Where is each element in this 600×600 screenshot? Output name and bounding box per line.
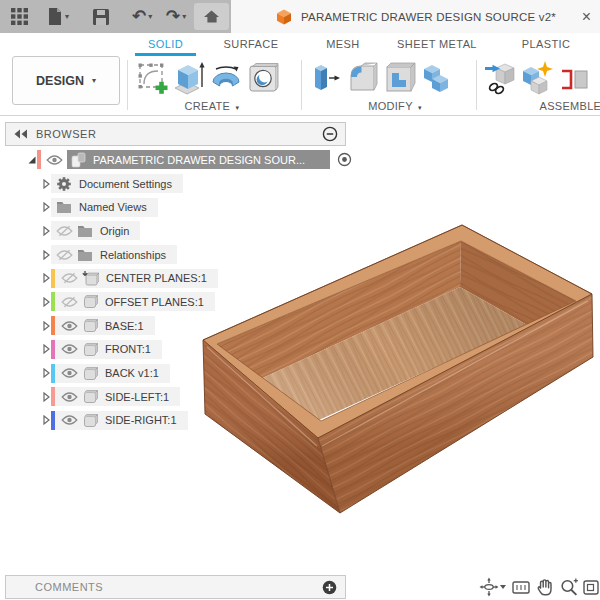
visibility-eye-icon[interactable] [61, 320, 78, 332]
redo-icon[interactable]: ↷▾ [166, 0, 186, 33]
combine-button[interactable] [417, 57, 454, 99]
tree-row-base[interactable]: BASE:1 [5, 314, 355, 338]
home-view-button[interactable] [194, 3, 229, 30]
fusion-window: ▾ ↶▾ ↷▾ PARAMETRIC DRAWER DESIGN SOURCE … [0, 0, 600, 600]
tree-item-label: BASE:1 [105, 320, 144, 332]
expand-arrow-icon[interactable] [41, 250, 51, 260]
close-icon[interactable]: × [582, 0, 591, 33]
expand-arrow-icon[interactable] [41, 344, 51, 354]
new-component-button[interactable] [517, 57, 554, 99]
home-icon [203, 9, 220, 24]
expand-arrow-icon[interactable] [41, 226, 51, 236]
orbit-button[interactable] [479, 577, 507, 597]
modify-dropdown[interactable]: MODIFY ▾ [315, 100, 475, 114]
activate-component-radio[interactable] [337, 152, 352, 167]
joint-button[interactable] [554, 57, 591, 99]
new-document-icon[interactable]: ▾ [47, 0, 69, 33]
create-dropdown[interactable]: CREATE ▾ [133, 100, 291, 114]
tree-item-chip[interactable]: Named Views [51, 198, 158, 217]
tree-row-side-right[interactable]: SIDE-RIGHT:1 [5, 409, 355, 433]
expand-arrow-icon[interactable] [41, 202, 51, 212]
collapse-left-icon[interactable] [14, 129, 28, 139]
tree-row-named-views[interactable]: Named Views [5, 195, 355, 219]
component-color-bar [51, 340, 55, 359]
tree-item-chip[interactable]: SIDE-RIGHT:1 [51, 411, 188, 430]
component-icon [82, 413, 98, 428]
tree-item-label: SIDE-RIGHT:1 [105, 414, 177, 426]
browser-panel-header[interactable]: BROWSER [5, 122, 346, 146]
tree-row-origin[interactable]: Origin [5, 219, 355, 243]
expand-arrow-icon[interactable] [41, 392, 51, 402]
tree-row-offset-planes[interactable]: OFFSET PLANES:1 [5, 290, 355, 314]
add-comment-icon[interactable] [322, 580, 337, 595]
design-workspace-menu[interactable]: DESIGN ▾ [12, 56, 120, 105]
expand-arrow-icon[interactable] [41, 415, 51, 425]
tab-sheet-metal[interactable]: SHEET METAL [386, 33, 488, 56]
tab-plastic[interactable]: PLASTIC [505, 33, 587, 56]
visibility-eye-icon[interactable] [61, 414, 78, 426]
tree-root-row[interactable]: PARAMETRIC DRAWER DESIGN SOUR... [5, 148, 355, 172]
visibility-eye-icon[interactable] [61, 343, 78, 355]
visibility-eye-off-icon[interactable] [61, 296, 78, 308]
component-color-bar [37, 150, 41, 169]
visibility-eye-off-icon[interactable] [56, 249, 73, 261]
revolve-button[interactable] [207, 57, 244, 99]
tree-row-side-left[interactable]: SIDE-LEFT:1 [5, 385, 355, 409]
tree-item-chip[interactable]: OFFSET PLANES:1 [51, 292, 215, 311]
fit-window-button[interactable] [583, 577, 600, 597]
component-color-bar [51, 364, 55, 383]
save-icon[interactable] [92, 0, 110, 33]
tree-row-front[interactable]: FRONT:1 [5, 338, 355, 362]
app-grid-icon[interactable] [10, 0, 29, 33]
create-sketch-button[interactable] [133, 57, 170, 99]
tree-item-chip[interactable]: BASE:1 [51, 316, 155, 335]
modify-group [306, 57, 454, 99]
tree-row-center-planes[interactable]: CENTER PLANES:1 [5, 266, 355, 290]
root-component-chip[interactable]: PARAMETRIC DRAWER DESIGN SOUR... [67, 150, 330, 169]
tree-item-chip[interactable]: BACK v1:1 [51, 364, 170, 383]
visibility-eye-icon[interactable] [46, 154, 63, 166]
tree-item-label: Relationships [100, 249, 166, 261]
expand-arrow-icon[interactable] [41, 273, 51, 283]
assemble-dropdown[interactable]: ASSEMBLE ▾ [500, 100, 600, 114]
design-menu-label: DESIGN [36, 74, 84, 88]
pan-button[interactable] [535, 577, 555, 597]
divider [127, 60, 128, 110]
comments-bar[interactable]: COMMENTS [5, 575, 346, 599]
tree-item-chip[interactable]: CENTER PLANES:1 [51, 269, 218, 288]
shell-button[interactable] [380, 57, 417, 99]
minimize-panel-icon[interactable] [322, 126, 338, 142]
expand-arrow-icon[interactable] [27, 155, 37, 165]
expand-arrow-icon[interactable] [41, 297, 51, 307]
press-pull-button[interactable] [306, 57, 343, 99]
visibility-eye-icon[interactable] [61, 391, 78, 403]
tab-mesh[interactable]: MESH [312, 33, 374, 56]
expand-arrow-icon[interactable] [41, 179, 51, 189]
undo-icon[interactable]: ↶▾ [132, 0, 152, 33]
tree-row-document-settings[interactable]: Document Settings [5, 172, 355, 196]
fillet-button[interactable] [343, 57, 380, 99]
tree-item-chip[interactable]: Origin [51, 221, 140, 240]
tree-row-back[interactable]: BACK v1:1 [5, 361, 355, 385]
application-top-bar: ▾ ↶▾ ↷▾ PARAMETRIC DRAWER DESIGN SOURCE … [0, 0, 600, 33]
tree-row-relationships[interactable]: Relationships [5, 243, 355, 267]
visibility-eye-off-icon[interactable] [56, 225, 73, 237]
tree-item-chip[interactable]: SIDE-LEFT:1 [51, 387, 180, 406]
insert-derive-button[interactable] [480, 57, 517, 99]
visibility-eye-icon[interactable] [61, 367, 78, 379]
expand-arrow-icon[interactable] [41, 321, 51, 331]
document-tab[interactable]: PARAMETRIC DRAWER DESIGN SOURCE v2* × [231, 0, 600, 33]
extrude-button[interactable] [170, 57, 207, 99]
tree-item-chip[interactable]: Relationships [51, 245, 177, 264]
tab-surface[interactable]: SURFACE [214, 33, 288, 56]
expand-arrow-icon[interactable] [41, 368, 51, 378]
hole-button[interactable] [244, 57, 281, 99]
visibility-eye-off-icon[interactable] [61, 272, 78, 284]
tree-item-chip[interactable]: Document Settings [51, 174, 183, 193]
tree-item-label: OFFSET PLANES:1 [105, 296, 204, 308]
tree-item-label: Named Views [79, 201, 147, 213]
zoom-button[interactable] [559, 577, 579, 597]
tree-item-chip[interactable]: FRONT:1 [51, 340, 162, 359]
look-at-button[interactable] [511, 577, 531, 597]
assemble-group [480, 57, 591, 99]
